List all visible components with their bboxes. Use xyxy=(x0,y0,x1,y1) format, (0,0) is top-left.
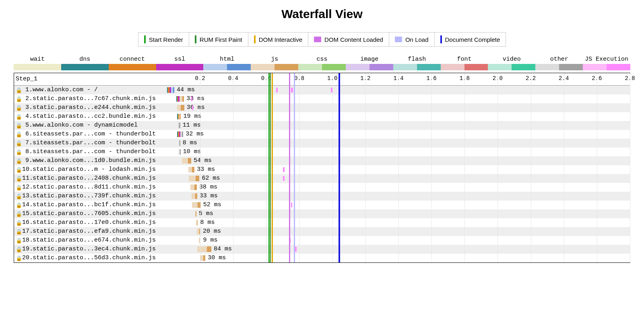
lock-icon: 🔒 xyxy=(16,149,21,155)
mime-swatch-icon xyxy=(203,64,251,70)
request-row[interactable]: 🔒17. static.parasto...efa9.chunk.min.js2… xyxy=(14,227,630,236)
lock-icon: 🔒 xyxy=(16,193,21,199)
event-line xyxy=(270,73,271,262)
request-row[interactable]: 🔒8. siteassets.par...com - thunderbolt10… xyxy=(14,148,630,156)
request-row[interactable]: 🔒13. static.parasto...739f.chunk.min.js3… xyxy=(14,192,630,201)
duration-label: 19 ms xyxy=(184,113,202,120)
timing-bar xyxy=(196,220,198,225)
mime-legend-label: html xyxy=(203,56,251,62)
mime-legend-label: connect xyxy=(109,56,156,62)
event-legend-item: DOM Content Loaded xyxy=(308,32,389,47)
mime-legend-label: other xyxy=(535,56,583,62)
step-label: Step_1 xyxy=(16,76,37,83)
mime-legend-item: ssl xyxy=(156,56,204,70)
js-execution-mark xyxy=(283,176,285,181)
timing-bar xyxy=(177,114,181,119)
row-number: 2. xyxy=(22,95,33,102)
row-number: 5. xyxy=(22,122,33,129)
row-number: 7. xyxy=(22,139,33,147)
gridline xyxy=(531,73,531,262)
js-execution-mark xyxy=(291,203,292,207)
timing-bar xyxy=(179,149,181,155)
duration-label: 33 ms xyxy=(200,193,218,200)
gridline xyxy=(464,73,465,262)
duration-label: 44 ms xyxy=(177,86,195,94)
request-label: static.parasto...bc1f.chunk.min.js xyxy=(33,201,165,209)
mime-legend-item: html xyxy=(203,56,251,70)
mime-swatch-icon xyxy=(535,64,583,70)
request-label: static.parasto...7605.chunk.min.js xyxy=(33,210,165,217)
timing-bar xyxy=(178,123,180,128)
request-row[interactable]: 🔒19. static.parasto...3ec4.chunk.min.js8… xyxy=(14,245,630,254)
timing-bar xyxy=(200,255,205,261)
request-label: static.parasto...17e0.chunk.min.js xyxy=(33,219,165,226)
mime-swatch-icon xyxy=(488,64,535,70)
request-row[interactable]: 🔒10. static.parasto...m - lodash.min.js3… xyxy=(14,165,630,174)
request-row[interactable]: 🔒14. static.parasto...bc1f.chunk.min.js5… xyxy=(14,201,630,209)
gridline xyxy=(564,73,564,262)
mime-swatch-icon xyxy=(393,64,441,70)
request-row[interactable]: 🔒2. static.parasto...7c67.chunk.min.js33… xyxy=(14,94,630,103)
request-row[interactable]: 🔒5. www.alonko.com - dynamicmodel11 ms xyxy=(14,121,630,130)
mime-legend-label: flash xyxy=(393,56,441,62)
request-row[interactable]: 🔒12. static.parasto...8d11.chunk.min.js3… xyxy=(14,183,630,192)
mime-legend-label: JS Execution xyxy=(583,56,630,62)
lock-icon: 🔒 xyxy=(16,131,21,137)
request-row[interactable]: 🔒20. static.parasto...56d3.chunk.min.js3… xyxy=(14,254,630,262)
request-label: static.parasto...7c67.chunk.min.js xyxy=(33,95,165,102)
js-execution-mark xyxy=(192,105,193,110)
mime-swatch-icon xyxy=(441,64,488,70)
page-title: Waterfall View xyxy=(0,7,644,21)
row-number: 10. xyxy=(22,166,33,173)
request-label: static.parasto...e674.chunk.min.js xyxy=(33,237,165,244)
request-row[interactable]: 🔒11. static.parasto...2408.chunk.min.js6… xyxy=(14,174,630,183)
lock-icon: 🔒 xyxy=(16,220,21,225)
gridline xyxy=(299,73,300,262)
request-row[interactable]: 🔒18. static.parasto...e674.chunk.min.js9… xyxy=(14,236,630,245)
row-number: 12. xyxy=(22,184,33,191)
lock-icon: 🔒 xyxy=(16,202,21,208)
mime-legend-item: connect xyxy=(109,56,156,70)
request-label: static.parasto...56d3.chunk.min.js xyxy=(33,254,165,262)
marker-line-icon xyxy=(195,35,196,43)
request-row[interactable]: 🔒7. siteassets.par...com - thunderbolt8 … xyxy=(14,139,630,148)
gridline xyxy=(332,73,333,262)
mime-legend-item: js xyxy=(251,56,298,70)
request-row[interactable]: 🔒15. static.parasto...7605.chunk.min.js5… xyxy=(14,209,630,218)
mime-legend-item: wait xyxy=(14,56,61,70)
event-legend-label: Document Complete xyxy=(445,36,500,43)
mime-swatch-icon xyxy=(156,64,204,70)
event-line xyxy=(268,73,270,262)
time-axis: Step_1 0.20.40.60.81.01.21.41.61.82.02.2… xyxy=(14,73,630,86)
mime-legend-label: image xyxy=(346,56,393,62)
duration-label: 62 ms xyxy=(202,175,220,182)
request-label: static.parasto...739f.chunk.min.js xyxy=(33,193,165,200)
event-legend-item: Start Render xyxy=(138,32,189,47)
mime-swatch-icon xyxy=(583,64,630,70)
lock-icon: 🔒 xyxy=(16,246,21,252)
request-row[interactable]: 🔒16. static.parasto...17e0.chunk.min.js8… xyxy=(14,218,630,227)
request-row[interactable]: 🔒9. www.alonko.com...1d0.bundle.min.js54… xyxy=(14,156,630,165)
duration-label: 30 ms xyxy=(208,254,226,262)
mime-legend-item: dns xyxy=(61,56,109,70)
event-legend-label: RUM First Paint xyxy=(200,36,242,43)
lock-icon: 🔒 xyxy=(16,238,21,243)
request-row[interactable]: 🔒1. www.alonko.com - /44 ms xyxy=(14,86,630,94)
event-legend-item: DOM Interactive xyxy=(248,32,308,47)
event-legend-label: DOM Content Loaded xyxy=(324,36,383,43)
request-label: static.parasto...efa9.chunk.min.js xyxy=(33,228,165,235)
marker-line-icon xyxy=(440,35,442,43)
request-row[interactable]: 🔒4. static.parasto...cc2.bundle.min.js19… xyxy=(14,112,630,121)
event-legend-item: Document Complete xyxy=(435,32,506,47)
lock-icon: 🔒 xyxy=(16,140,21,146)
lock-icon: 🔒 xyxy=(16,229,21,234)
mime-legend-label: css xyxy=(298,56,346,62)
event-legend-item: RUM First Paint xyxy=(189,32,248,47)
request-row[interactable]: 🔒3. static.parasto...e244.chunk.min.js36… xyxy=(14,103,630,112)
request-row[interactable]: 🔒6. siteassets.par...com - thunderbolt32… xyxy=(14,130,630,139)
duration-label: 33 ms xyxy=(186,95,204,102)
lock-icon: 🔒 xyxy=(16,167,21,172)
js-execution-mark xyxy=(283,167,285,172)
gridline xyxy=(200,73,200,262)
mime-swatch-icon xyxy=(298,64,346,70)
